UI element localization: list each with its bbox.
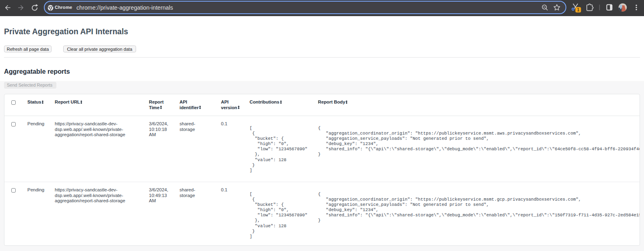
- svg-text:1: 1: [577, 8, 580, 12]
